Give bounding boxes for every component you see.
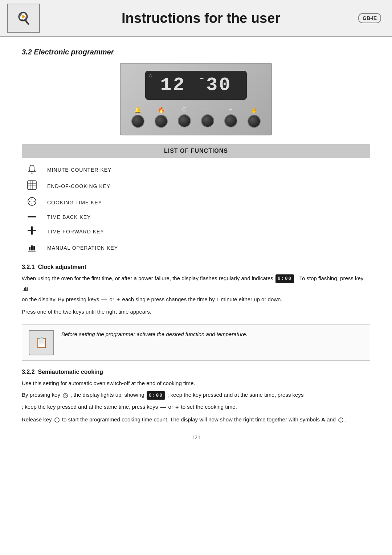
function-row-plus: TIME FORWARD KEY <box>25 225 370 237</box>
region-badge: GB-IE <box>358 13 381 23</box>
semiauto-text-1: Use this setting for automatic oven swit… <box>22 379 370 388</box>
note-icon: 📋 <box>29 330 54 355</box>
btn-bell-group: 🔔 <box>131 106 144 128</box>
svg-rect-13 <box>31 245 33 250</box>
manual-operation-icon <box>25 242 38 254</box>
page-header: 🍳 Instructions for the user GB-IE <box>0 0 392 37</box>
page-title: Instructions for the user <box>51 11 351 26</box>
btn-timer[interactable] <box>178 114 191 127</box>
svg-rect-17 <box>25 287 26 290</box>
svg-rect-14 <box>33 246 35 250</box>
svg-rect-16 <box>24 287 25 290</box>
semiauto-number: 3.2.2 <box>22 369 35 375</box>
clock-text-1: When using the oven for the first time, … <box>22 274 370 292</box>
svg-rect-18 <box>27 287 28 290</box>
bold-a-label: A <box>321 416 325 423</box>
flame-grid-icon-top: 🔥 <box>158 106 165 113</box>
clock-number: 3.2.1 <box>22 264 35 270</box>
programmer-diagram: A 12 ⁻30 🔔 🔥 ⏱ — + <box>120 63 272 135</box>
programmer-buttons: 🔔 🔥 ⏱ — + ☝ <box>131 106 261 128</box>
clock-title-text: Clock adjustment <box>38 264 86 270</box>
svg-rect-12 <box>29 247 30 250</box>
btn-hand[interactable] <box>248 115 261 128</box>
semiauto-title-text: Semiautomatic cooking <box>38 369 103 375</box>
function-row-bell: MINUTE-COUNTER KEY <box>25 164 370 176</box>
function-row-timer: COOKING TIME KEY <box>25 196 370 208</box>
functions-list: MINUTE-COUNTER KEY END-OF-COOKING KEY <box>22 164 370 254</box>
page-number: 121 <box>22 427 370 444</box>
display-time: 12 ⁻30 <box>160 74 232 96</box>
btn-timer-group: ⏱ <box>178 106 191 127</box>
clock-adjustment-title: 3.2.1 Clock adjustment <box>22 264 370 270</box>
logo-icon: 🍳 <box>16 11 31 25</box>
function-row-minus: TIME BACK KEY <box>25 213 370 221</box>
time-back-label: TIME BACK KEY <box>47 214 91 220</box>
clock-display-value: 0:00 <box>275 274 294 283</box>
btn-minus[interactable] <box>201 114 214 127</box>
programmer-display: A 12 ⁻30 <box>145 71 247 100</box>
section-heading: 3.2 Electronic programmer <box>22 48 370 56</box>
semiauto-text-4: Release key to start the programmed cook… <box>22 415 370 424</box>
note-text: Before setting the programmer activate t… <box>61 330 248 339</box>
btn-flame-group: 🔥 <box>155 106 168 128</box>
svg-rect-11 <box>31 226 33 235</box>
timer-waves-icon-top: ⏱ <box>181 106 187 113</box>
btn-plus[interactable] <box>224 114 237 127</box>
cooking-time-label: COOKING TIME KEY <box>47 200 102 205</box>
btn-hand-group: ☝ <box>248 106 261 128</box>
minus-icon-top: — <box>205 106 211 113</box>
semiauto-title: 3.2.2 Semiautomatic cooking <box>22 369 370 375</box>
end-of-cooking-icon <box>25 180 38 192</box>
semiauto-display-value: 0:00 <box>147 391 165 400</box>
cooking-time-key-inline <box>62 391 68 400</box>
btn-plus-group: + <box>224 106 237 127</box>
manual-operation-label: MANUAL OPERATION KEY <box>47 245 118 251</box>
hand-icon-top: ☝ <box>250 106 258 113</box>
btn-flame[interactable] <box>155 115 168 128</box>
minute-counter-icon <box>25 164 38 176</box>
semiauto-text-2: By pressing key , the display lights up,… <box>22 391 370 400</box>
cooking-time-key-inline-2 <box>54 416 60 424</box>
minus-key-inline-2: — <box>160 403 166 412</box>
semiauto-text-3: ; keep the key pressed and at the same t… <box>22 403 370 412</box>
main-content: 3.2 Electronic programmer A 12 ⁻30 🔔 🔥 ⏱ <box>0 37 392 455</box>
minute-counter-label: MINUTE-COUNTER KEY <box>47 167 111 173</box>
cooking-time-key-inline-3 <box>338 416 344 424</box>
plus-key-inline-2: + <box>175 403 179 412</box>
display-a-label: A <box>149 73 152 78</box>
svg-rect-9 <box>28 216 36 217</box>
manual-key-inline-icon <box>23 283 29 292</box>
clock-adjustment-section: 3.2.1 Clock adjustment When using the ov… <box>22 264 370 317</box>
logo: 🍳 <box>7 4 40 33</box>
bell-icon-top: 🔔 <box>134 106 142 113</box>
plus-key-inline: + <box>117 295 120 305</box>
svg-point-2 <box>32 173 33 174</box>
functions-bar-label: LIST OF FUNCTIONS <box>22 144 370 158</box>
minus-key-inline: — <box>101 295 107 305</box>
btn-bell[interactable] <box>131 115 144 128</box>
time-forward-label: TIME FORWARD KEY <box>47 229 104 234</box>
svg-rect-3 <box>28 181 36 189</box>
btn-minus-group: — <box>201 106 214 127</box>
cooking-time-icon <box>25 196 38 208</box>
function-row-hand: MANUAL OPERATION KEY <box>25 242 370 254</box>
note-box: 📋 Before setting the programmer activate… <box>22 325 370 361</box>
clock-text-2: on the display. By pressing keys — or + … <box>22 295 370 305</box>
time-forward-icon <box>25 225 38 237</box>
end-of-cooking-label: END-OF-COOKING KEY <box>47 183 110 189</box>
function-row-flame: END-OF-COOKING KEY <box>25 180 370 192</box>
plus-icon-top: + <box>229 106 232 113</box>
clock-text-3: Press one of the two keys until the righ… <box>22 307 370 317</box>
time-back-icon <box>25 213 38 221</box>
semiauto-section: 3.2.2 Semiautomatic cooking Use this set… <box>22 369 370 424</box>
